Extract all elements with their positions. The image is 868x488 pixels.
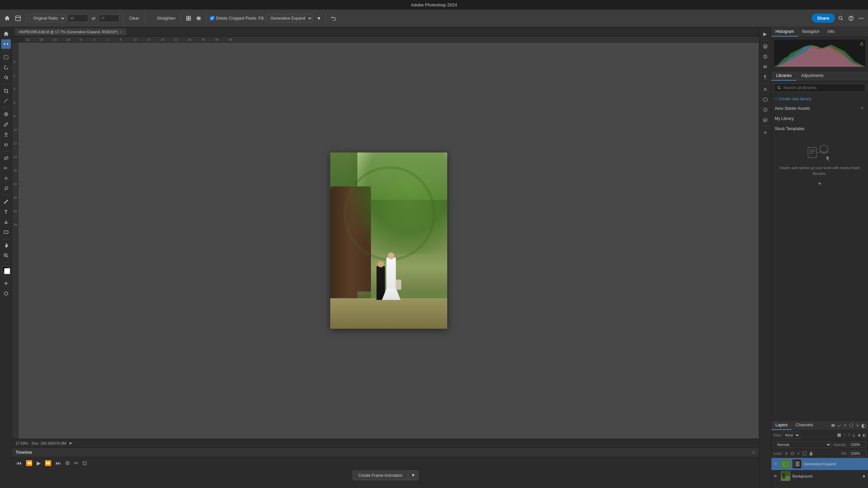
tab-close[interactable]: × <box>120 30 122 34</box>
share-button[interactable]: Share <box>812 14 835 23</box>
library-add-button[interactable]: + <box>816 180 823 187</box>
tool-extra-2[interactable] <box>1 289 11 298</box>
timeline-last-btn[interactable]: ⏭ <box>55 460 62 467</box>
ratio-select[interactable]: Original Ratio <box>29 14 66 22</box>
tab-histogram[interactable]: Histogram <box>771 27 798 37</box>
layer-icon-1[interactable] <box>831 423 835 428</box>
layer-row-generative-expand[interactable]: 👁 Generative Expand <box>771 458 868 470</box>
tool-path-select[interactable] <box>1 217 11 227</box>
fill-select[interactable]: Generative Expand <box>267 14 313 22</box>
lock-artboard-icon[interactable] <box>803 451 807 455</box>
filter-pixel-icon[interactable] <box>837 433 841 437</box>
tool-eraser[interactable] <box>1 153 11 163</box>
right-icon-paragraph[interactable]: ¶ <box>761 72 770 82</box>
document-canvas[interactable] <box>330 152 447 329</box>
canvas-scroll-area[interactable]: 2 0 2 4 6 8 10 12 14 16 18 20 22 24 <box>12 43 759 439</box>
right-icon-adjust[interactable] <box>761 52 770 61</box>
opacity-input[interactable] <box>849 442 866 448</box>
height-input[interactable] <box>99 15 119 22</box>
tool-history-brush[interactable] <box>1 140 11 149</box>
filter-adj-icon[interactable] <box>843 433 847 437</box>
tool-stamp[interactable] <box>1 130 11 139</box>
layer-vis-1[interactable]: 👁 <box>773 462 779 467</box>
timeline-settings-btn[interactable]: ⚙ <box>64 459 71 467</box>
color-swatches[interactable] <box>1 265 11 275</box>
tool-home[interactable] <box>1 29 11 39</box>
tool-eyedropper[interactable] <box>1 96 11 106</box>
tab-layers[interactable]: Layers <box>771 421 792 430</box>
layer-row-background[interactable]: 👁 Background <box>771 470 868 482</box>
tool-lasso[interactable] <box>1 63 11 72</box>
filter-shape-icon[interactable] <box>852 433 856 437</box>
right-icon-crosshair[interactable] <box>761 85 770 94</box>
help-icon-btn[interactable] <box>847 14 855 22</box>
tool-extra-1[interactable] <box>1 279 11 288</box>
blend-mode-select[interactable]: Normal <box>773 441 831 448</box>
filter-lock-icon[interactable] <box>857 433 861 437</box>
tab-channels[interactable]: Channels <box>792 421 817 430</box>
right-icon-ai[interactable]: AI <box>761 62 770 72</box>
delete-cropped-checkbox[interactable] <box>210 16 214 20</box>
tab-libraries[interactable]: Libraries <box>771 71 796 81</box>
layer-icon-3[interactable] <box>843 423 848 428</box>
tool-hand[interactable] <box>1 241 11 250</box>
right-icon-history[interactable] <box>761 105 770 115</box>
delete-cropped-label[interactable]: Delete Cropped Pixels <box>210 16 256 21</box>
swap-btn[interactable]: ⇄ <box>90 14 97 22</box>
tool-dodge[interactable] <box>1 184 11 193</box>
background-color[interactable] <box>4 268 10 274</box>
right-icon-globe[interactable] <box>761 115 770 125</box>
clear-button[interactable]: Clear <box>126 15 142 22</box>
timeline-collapse-btn[interactable]: □ <box>752 449 755 455</box>
tool-marquee[interactable] <box>1 53 11 62</box>
grid-btn[interactable] <box>184 14 193 22</box>
library-item-aero[interactable]: Aero Starter Assets <box>771 103 868 114</box>
right-icon-3d[interactable] <box>761 95 770 104</box>
tab-adjustments[interactable]: Adjustments <box>796 71 828 81</box>
create-frame-btn-group[interactable]: Create Frame Animation ▼ <box>353 470 418 480</box>
timeline-play-btn[interactable]: ▶ <box>36 459 41 467</box>
layer-icon-5[interactable] <box>855 423 860 428</box>
search-icon-btn[interactable] <box>837 14 845 22</box>
timeline-first-btn[interactable]: ⏮ <box>16 460 22 467</box>
tool-blur[interactable] <box>1 174 11 183</box>
tool-crop[interactable] <box>1 86 11 96</box>
home-icon-btn[interactable] <box>3 14 12 23</box>
width-input[interactable] <box>68 15 88 22</box>
layer-icon-2[interactable] <box>837 423 842 428</box>
tab-navigator[interactable]: Navigator <box>798 27 824 37</box>
tool-move[interactable] <box>1 39 11 49</box>
create-frame-dropdown-btn[interactable]: ▼ <box>408 471 418 480</box>
filter-kind-select[interactable]: Kind <box>782 432 800 439</box>
canvas-content[interactable] <box>18 43 759 439</box>
timeline-split-btn[interactable]: ✂ <box>73 459 79 467</box>
create-library-btn[interactable]: + Create new library <box>771 95 868 103</box>
right-icon-layers[interactable] <box>761 42 770 51</box>
lock-position-icon[interactable] <box>796 451 801 455</box>
library-search-input[interactable] <box>783 85 862 90</box>
status-expand-arrow[interactable]: ▶ <box>70 441 72 445</box>
fill-input[interactable] <box>849 450 866 456</box>
right-icon-bottom-1[interactable] <box>761 128 770 137</box>
tool-options-btn[interactable] <box>14 14 22 23</box>
library-item-my-library[interactable]: My Library <box>771 114 868 124</box>
filter-active-toggle[interactable]: ◐ <box>863 433 866 438</box>
tool-zoom[interactable] <box>1 251 11 260</box>
tool-shape[interactable] <box>1 227 11 237</box>
timeline-next-btn[interactable]: ⏩ <box>44 459 52 467</box>
tool-pen[interactable] <box>1 197 11 206</box>
timeline-prev-btn[interactable]: ⏪ <box>25 459 33 467</box>
lock-pixel-icon[interactable] <box>790 451 794 455</box>
tool-gradient[interactable] <box>1 163 11 173</box>
library-search-box[interactable] <box>774 84 865 92</box>
timeline-convert-btn[interactable]: ⊡ <box>82 459 87 467</box>
tool-text[interactable]: T <box>1 207 11 217</box>
create-frame-animation-btn[interactable]: Create Frame Animation <box>353 471 408 480</box>
right-icon-play[interactable]: ▶ <box>761 29 770 39</box>
layer-vis-2[interactable]: 👁 <box>773 474 779 479</box>
document-tab[interactable]: HKPB1095-Edit.tif @ 17.7% (Generative Ex… <box>15 28 126 35</box>
layer-toggle[interactable]: ◐ <box>861 422 866 429</box>
settings-btn[interactable] <box>195 14 203 22</box>
tool-quick-select[interactable] <box>1 73 11 82</box>
straighten-btn[interactable]: Straighten <box>149 15 178 22</box>
